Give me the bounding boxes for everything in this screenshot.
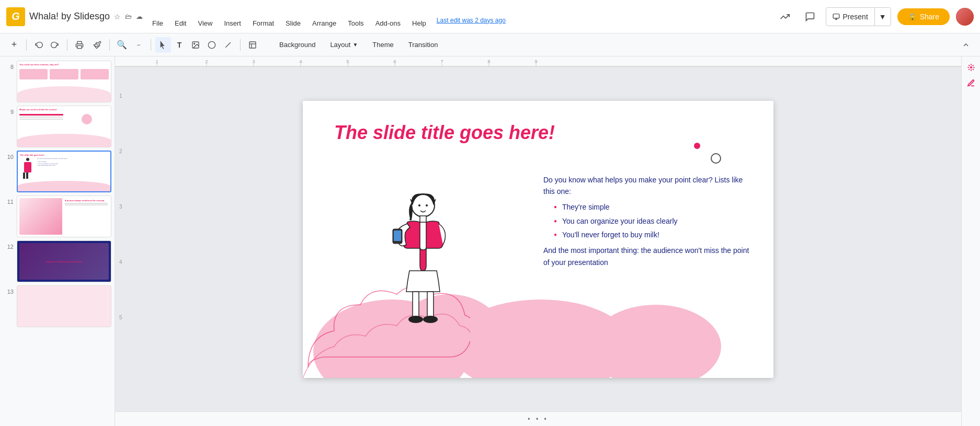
theme-label: Theme	[372, 41, 393, 49]
svg-rect-0	[833, 14, 839, 18]
image-tool[interactable]	[188, 37, 203, 53]
collapse-button[interactable]	[958, 37, 974, 53]
slide-num-11: 11	[3, 195, 14, 205]
share-button[interactable]: 🔒 Share	[897, 8, 950, 25]
slide-img-8[interactable]: You could use three columns, why not?	[17, 61, 111, 102]
slide-container: 12345 The slide title goes here!	[115, 67, 961, 411]
svg-text:1: 1	[155, 59, 158, 64]
slide-thumb-11[interactable]: 11 A picture always reinforces the conce…	[3, 195, 111, 237]
slide-canvas[interactable]: The slide title goes here!	[303, 101, 773, 378]
add-button[interactable]: +	[6, 37, 22, 53]
present-label[interactable]: Present	[826, 8, 875, 26]
chevron-down-icon: ▼	[879, 13, 886, 21]
slide-bullets: They're simple You can organize your ide…	[554, 201, 753, 240]
text-tool[interactable]: T	[172, 37, 187, 53]
theme-button[interactable]: Theme	[366, 38, 400, 52]
cursor-tool[interactable]	[155, 37, 171, 53]
menu-edit[interactable]: Edit	[169, 17, 191, 29]
app-logo[interactable]: G	[6, 7, 25, 26]
layout-chevron-icon: ▼	[352, 42, 358, 48]
slide-num-8: 8	[3, 61, 14, 70]
transition-button[interactable]: Transition	[402, 38, 445, 52]
ruler: 1 2 3 4 5 6 7 8 9	[115, 56, 961, 67]
svg-point-5	[194, 43, 195, 44]
svg-text:3: 3	[252, 59, 255, 64]
menu-insert[interactable]: Insert	[219, 17, 246, 29]
cloud-save-icon[interactable]: ☁	[136, 13, 143, 20]
slide-thumb-13[interactable]: 13	[3, 285, 111, 327]
svg-text:6: 6	[393, 59, 396, 64]
svg-rect-33	[420, 216, 426, 222]
menu-addons[interactable]: Add-ons	[370, 17, 406, 29]
menu-bar: File Edit View Insert Format Slide Arran…	[147, 0, 771, 33]
lock-icon: 🔒	[908, 13, 917, 21]
toolbar: + 🔍 − T	[0, 33, 980, 56]
slide-img-10[interactable]: The slide title goes here! Do you know w…	[17, 151, 111, 192]
folder-icon[interactable]: 🗁	[125, 13, 132, 20]
menu-help[interactable]: Help	[407, 17, 431, 29]
svg-rect-35	[394, 231, 401, 241]
layout-button[interactable]: Layout ▼	[324, 38, 364, 52]
shape-tool[interactable]	[204, 37, 220, 53]
slide-text-content[interactable]: Do you know what helps you make your poi…	[543, 174, 753, 269]
slide-img-11[interactable]: A picture always reinforces the concept	[17, 195, 111, 237]
redo-button[interactable]	[47, 37, 63, 53]
slide-img-13[interactable]	[17, 285, 111, 327]
slide-intro-text: Do you know what helps you make your poi…	[543, 174, 753, 198]
thumb11-title: A picture always reinforces the concept	[65, 199, 108, 202]
slide-title[interactable]: The slide title goes here!	[334, 122, 555, 144]
top-right-actions: Present ▼ 🔒 Share	[776, 7, 974, 26]
slide-img-12[interactable]: A picture is worth a thousand words	[17, 240, 111, 282]
menu-slide[interactable]: Slide	[280, 17, 306, 29]
svg-text:5: 5	[346, 59, 349, 64]
transition-label: Transition	[408, 41, 438, 49]
svg-rect-8	[249, 42, 256, 48]
star-icon[interactable]: ☆	[114, 13, 121, 21]
print-button[interactable]	[72, 37, 87, 53]
side-btn-2[interactable]	[964, 76, 978, 90]
bottom-bar: • • •	[115, 411, 961, 426]
trending-icon[interactable]	[776, 7, 794, 26]
present-text: Present	[843, 13, 868, 21]
toolbar-tools: T	[155, 37, 236, 53]
slide-thumb-12[interactable]: 12 A picture is worth a thousand words	[3, 240, 111, 282]
layout-view-button[interactable]	[245, 37, 260, 53]
menu-arrange[interactable]: Arrange	[307, 17, 341, 29]
divider4	[151, 39, 151, 51]
top-bar: G Whala! by Slidesgo ☆ 🗁 ☁ File Edit Vie…	[0, 0, 980, 33]
avatar[interactable]	[956, 8, 974, 26]
svg-text:9: 9	[534, 59, 537, 64]
slide-thumb-8[interactable]: 8 You could use three columns, why not?	[3, 61, 111, 102]
zoom-out-button[interactable]: 🔍	[114, 37, 130, 53]
paint-format-button[interactable]	[89, 37, 105, 53]
side-btn-1[interactable]	[964, 61, 978, 74]
svg-text:7: 7	[440, 59, 443, 64]
slide-num-12: 12	[3, 240, 14, 250]
divider3	[109, 39, 110, 51]
menu-tools[interactable]: Tools	[343, 17, 369, 29]
menu-view[interactable]: View	[192, 17, 218, 29]
present-dropdown[interactable]: ▼	[875, 8, 891, 26]
svg-rect-36	[413, 292, 419, 318]
comment-icon[interactable]	[801, 7, 819, 26]
background-button[interactable]: Background	[273, 38, 322, 52]
slide-num-9: 9	[3, 106, 14, 115]
slide-img-9[interactable]: Maybe you need to divide the content	[17, 106, 111, 147]
slide-num-10: 10	[3, 151, 14, 160]
line-tool[interactable]	[220, 37, 236, 53]
slide-thumb-9[interactable]: 9 Maybe you need to divide the content	[3, 106, 111, 147]
main-area: 8 You could use three columns, why not? …	[0, 56, 980, 426]
divider1	[26, 39, 27, 51]
undo-button[interactable]	[31, 37, 47, 53]
share-label: Share	[920, 13, 939, 21]
thumb9-title: Maybe you need to divide the content	[19, 108, 109, 111]
menu-format[interactable]: Format	[247, 17, 279, 29]
logo-letter: G	[12, 10, 20, 22]
slide-thumb-10[interactable]: 10 The slide title goes here! Do yo	[3, 151, 111, 192]
present-button[interactable]: Present ▼	[826, 7, 891, 26]
slide-num-13: 13	[3, 285, 14, 295]
svg-point-6	[208, 41, 215, 48]
toolbar-group-undo	[31, 37, 63, 53]
svg-line-7	[225, 42, 230, 47]
menu-file[interactable]: File	[147, 17, 168, 29]
